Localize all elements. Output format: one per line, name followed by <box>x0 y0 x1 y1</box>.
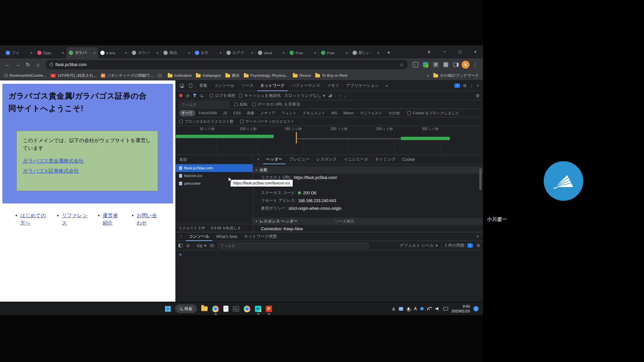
details-tab-cookies[interactable]: Cookie <box>399 155 418 164</box>
details-tab-preview[interactable]: プレビュー <box>286 155 313 164</box>
devtools-tab-application[interactable]: アプリケーション <box>343 80 382 91</box>
browser-tab[interactable]: ガラパ× <box>129 47 161 58</box>
notepad-button[interactable] <box>223 306 228 312</box>
tray-expand-icon[interactable]: ∧ <box>392 306 396 312</box>
blocked-requests-checkbox[interactable]: ブロックされたリクエスト数 <box>179 119 233 124</box>
view-source-link[interactable]: ソース表示 <box>335 219 354 224</box>
media-extension-icon[interactable] <box>421 60 430 69</box>
bookmark-item[interactable]: ▸1970年代に録音され... <box>51 73 96 78</box>
bookmark-folder[interactable]: motivation <box>168 73 192 77</box>
hide-data-urls-checkbox[interactable]: データの URL を非表示 <box>252 102 300 107</box>
filter-chip[interactable]: マニフェスト <box>357 110 385 116</box>
wifi-icon[interactable] <box>427 307 432 310</box>
touch-keyboard-icon[interactable] <box>443 307 448 310</box>
throttling-dropdown[interactable]: スロットリングなし▾ <box>284 93 325 99</box>
details-tab-initiator[interactable]: イニシエータ <box>340 155 371 164</box>
bookmark-folder[interactable]: 横浜 <box>225 73 239 78</box>
devtools-tab-memory[interactable]: メモリ <box>324 80 342 91</box>
nav-link[interactable]: 運営者紹介 <box>103 212 119 227</box>
preserve-log-checkbox[interactable]: ログを保持 <box>210 93 235 99</box>
browser-tab[interactable]: Djan× <box>35 47 66 58</box>
nav-link[interactable]: はじめての方へ <box>20 212 48 227</box>
profile-avatar[interactable]: k <box>462 61 470 69</box>
taskbar-clock[interactable]: 9:50 2023/01/15 <box>451 304 470 314</box>
console-sidebar-icon[interactable] <box>178 244 183 247</box>
tab-close-icon[interactable]: × <box>156 51 159 55</box>
network-settings-icon[interactable]: ⚙ <box>476 93 480 98</box>
tab-close-icon[interactable]: × <box>345 51 348 55</box>
tab-close-icon[interactable]: × <box>377 51 379 55</box>
drawer-tab-console[interactable]: コンソール <box>186 232 212 241</box>
record-icon[interactable] <box>179 94 182 97</box>
blocked-cookies-checkbox[interactable]: Cookie をブロックしました <box>407 111 459 116</box>
nav-link[interactable]: リファレンス <box>62 212 89 227</box>
tab-close-icon[interactable]: × <box>93 51 96 55</box>
tab-close-icon[interactable]: × <box>125 51 127 55</box>
console-filter-input[interactable] <box>218 243 369 249</box>
browser-tab[interactable]: Pow× <box>319 47 350 58</box>
console-clear-icon[interactable]: ⊘ <box>186 243 190 248</box>
bookmark-item[interactable]: BAジオシティーズの閉鎖で... <box>101 73 153 78</box>
devtools-settings-icon[interactable]: ⚙ <box>463 83 467 88</box>
drawer-menu-icon[interactable]: ⋮ <box>177 233 185 241</box>
filter-chip[interactable]: その他 <box>386 110 402 116</box>
filter-funnel-icon[interactable] <box>193 94 197 97</box>
browser-tab[interactable]: 商品× <box>161 47 193 58</box>
terminal-button[interactable]: >_ <box>233 306 239 312</box>
filter-chip[interactable]: メディア <box>258 110 278 116</box>
drawer-close-icon[interactable]: × <box>474 233 482 241</box>
console-prompt[interactable]: > <box>176 250 483 258</box>
issues-counter[interactable]: 1 件の問題:1 <box>445 243 473 248</box>
tab-search-icon[interactable]: ∨ <box>421 45 437 58</box>
browser-tab[interactable]: おす× <box>193 47 224 58</box>
search-icon[interactable] <box>200 94 203 97</box>
status-dot-icon[interactable] <box>420 307 424 310</box>
devtools-close-icon[interactable]: × <box>476 83 479 88</box>
chat-icon[interactable] <box>399 307 403 311</box>
network-filter-input[interactable] <box>179 102 229 108</box>
side-panel-icon[interactable] <box>451 60 460 69</box>
maximize-button[interactable]: □ <box>452 45 468 58</box>
third-party-checkbox[interactable]: サードパーティのリクエスト <box>240 119 294 124</box>
forward-icon[interactable]: → <box>13 60 22 69</box>
issues-badge[interactable]: 1 <box>454 83 460 88</box>
bookmarks-more-icon[interactable]: » <box>427 73 429 77</box>
context-dropdown[interactable]: top▾ <box>197 243 206 248</box>
new-tab-button[interactable]: + <box>384 48 393 57</box>
filter-chip[interactable]: WS <box>329 110 340 116</box>
tab-close-icon[interactable]: × <box>219 51 222 55</box>
reload-icon[interactable]: ↻ <box>23 60 32 69</box>
tab-close-icon[interactable]: × <box>30 51 33 55</box>
filter-chip-all[interactable]: すべて <box>179 110 195 116</box>
bookmark-star-icon[interactable]: ☆ <box>399 62 404 67</box>
devtools-tab-performance[interactable]: パフォーマンス <box>288 80 323 91</box>
network-overview-timeline[interactable]: 50 ミリ秒 100 ミリ秒 150 ミリ秒 200 ミリ秒 250 ミリ秒 3… <box>176 126 483 155</box>
start-button[interactable] <box>165 306 171 312</box>
speaker-icon[interactable] <box>435 307 440 311</box>
filter-chip[interactable]: ドキュメント <box>300 110 328 116</box>
devtools-more-tabs-icon[interactable]: » <box>383 80 391 91</box>
filter-chip[interactable]: 画像 <box>245 110 257 116</box>
details-tab-headers[interactable]: ヘッダー <box>263 155 285 164</box>
bookmark-folder[interactable]: Psychology, Physica... <box>244 73 288 77</box>
powerpoint-button[interactable]: P <box>266 306 272 312</box>
extensions-puzzle-icon[interactable] <box>441 60 450 69</box>
browser-tab[interactable]: 新しい× <box>350 47 382 58</box>
share-icon[interactable]: ↑ <box>411 60 420 69</box>
chrome-secondary-button[interactable] <box>244 305 251 312</box>
bookmark-item[interactable] <box>158 73 163 77</box>
tab-close-icon[interactable]: × <box>251 51 253 55</box>
devtools-menu-icon[interactable]: ⋮ <box>469 83 474 88</box>
bookmark-folder[interactable]: Galapagos <box>196 73 221 77</box>
tab-close-icon[interactable]: × <box>314 51 316 55</box>
filter-chip[interactable]: フォント <box>279 110 299 116</box>
device-toolbar-icon[interactable] <box>186 82 195 90</box>
browser-menu-icon[interactable]: ⋮ <box>471 60 480 69</box>
browser-tab[interactable]: フォ× <box>3 47 35 58</box>
details-tab-timing[interactable]: タイミング <box>372 155 398 164</box>
filter-chip[interactable]: JS <box>221 110 230 116</box>
devtools-tab-network[interactable]: ネットワーク <box>257 80 288 91</box>
disable-cache-checkbox[interactable]: キャッシュを無効化 <box>239 93 281 99</box>
pycharm-button[interactable]: PC <box>255 306 261 312</box>
details-tab-response[interactable]: レスポンス <box>313 155 340 164</box>
